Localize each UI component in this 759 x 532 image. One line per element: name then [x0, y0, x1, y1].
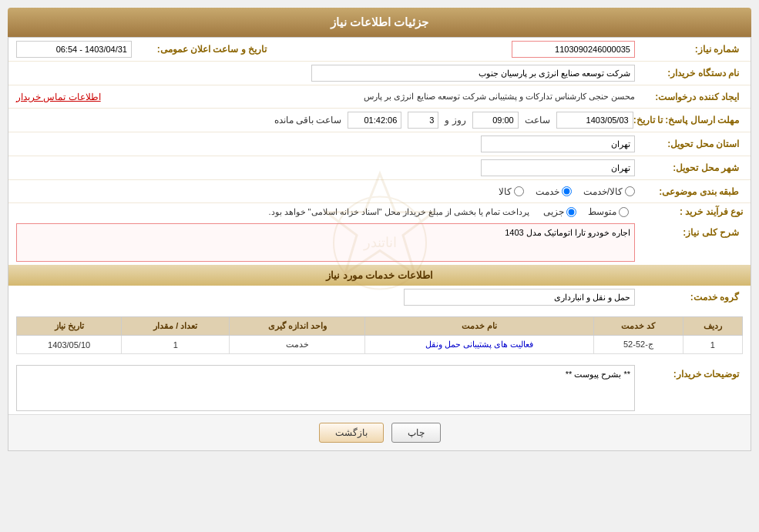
- nooe-label: نوع فرآیند خرید :: [635, 206, 743, 217]
- mohlat-baqi-input[interactable]: [348, 112, 401, 129]
- cell-tedad: 1: [122, 336, 230, 354]
- nooe-farayand-row: نوع فرآیند خرید : متوسط جزیی پرداخت تمام…: [8, 203, 751, 220]
- cell-vahed: خدمت: [230, 336, 365, 354]
- cell-kod: ج-52-52: [594, 336, 683, 354]
- cell-naam: فعالیت های پشتیبانی حمل ونقل: [365, 336, 594, 354]
- col-tedad: تعداد / مقدار: [122, 317, 230, 336]
- shomara-row: شماره نیاز: تاریخ و ساعت اعلان عمومی:: [8, 38, 751, 62]
- nooe-description: پرداخت تمام یا بخشی از مبلغ خریداز محل "…: [268, 207, 529, 217]
- nooe-radio-group: متوسط جزیی: [543, 206, 629, 217]
- services-section-header: اطلاعات خدمات مورد نیاز: [8, 265, 751, 286]
- col-kod: کد خدمت: [594, 317, 683, 336]
- page-title: جزئیات اطلاعات نیاز: [8, 8, 751, 37]
- button-row: چاپ بازگشت: [8, 414, 751, 450]
- radio-jozyi[interactable]: جزیی: [543, 206, 576, 217]
- shahr-row: شهر محل تحویل:: [8, 156, 751, 180]
- sharh-label: شرح کلی نیاز:: [635, 223, 743, 238]
- radio-kala-input[interactable]: [514, 186, 524, 196]
- shahr-label: شهر محل تحویل:: [635, 162, 743, 173]
- tabaqe-row: طبقه بندی موضوعی: کالا/خدمت خدمت کالا: [8, 180, 751, 203]
- back-button[interactable]: بازگشت: [319, 423, 384, 443]
- radio-motovasset[interactable]: متوسط: [588, 206, 629, 217]
- col-radif: ردیف: [683, 317, 742, 336]
- tarikh-input[interactable]: [16, 41, 132, 58]
- shahr-input[interactable]: [481, 159, 635, 176]
- mohlat-saat-input[interactable]: [472, 112, 519, 129]
- baqi-label: ساعت باقی مانده: [274, 115, 342, 125]
- ijad-value: محسن حنجی کارشناس تدارکات و پشتیبانی شرک…: [109, 92, 635, 102]
- mohlat-row: مهلت ارسال پاسخ: تا تاریخ: ساعت روز و سا…: [8, 109, 751, 132]
- ostan-row: استان محل تحویل:: [8, 132, 751, 156]
- itilaat-tamas-link[interactable]: اطلاعات تماس خریدار: [16, 92, 101, 102]
- services-section: ردیف کد خدمت نام خدمت واحد اندازه گیری ت…: [8, 309, 751, 358]
- radio-kala-khadamat[interactable]: کالا/خدمت: [583, 186, 635, 197]
- mohlat-rooz-input[interactable]: [408, 112, 438, 129]
- shomara-input[interactable]: [512, 41, 635, 58]
- shomara-label: شماره نیاز:: [635, 44, 743, 55]
- ostan-input[interactable]: [481, 136, 635, 152]
- cell-tarikh: 1403/05/10: [17, 336, 122, 354]
- radio-jozyi-input[interactable]: [566, 207, 576, 217]
- mohlat-label: مهلت ارسال پاسخ: تا تاریخ:: [633, 115, 743, 125]
- radio-khadamat[interactable]: خدمت: [536, 186, 572, 197]
- naam-dastgah-label: نام دستگاه خریدار:: [635, 68, 743, 79]
- col-vahed: واحد اندازه گیری: [230, 317, 365, 336]
- group-service-row: گروه خدمت:: [8, 286, 751, 309]
- print-button[interactable]: چاپ: [391, 423, 441, 443]
- col-tarikh: تاریخ نیاز: [17, 317, 122, 336]
- ijad-row: ایجاد کننده درخواست: محسن حنجی کارشناس ت…: [8, 85, 751, 109]
- tarikh-label: تاریخ و ساعت اعلان عمومی:: [132, 44, 270, 55]
- buyer-desc-section: توضیحات خریدار: ** بشرح پیوست **: [8, 362, 751, 414]
- tabaqe-label: طبقه بندی موضوعی:: [635, 186, 743, 197]
- radio-kala-khadamat-input[interactable]: [625, 186, 635, 196]
- naam-dastgah-row: نام دستگاه خریدار:: [8, 62, 751, 85]
- table-row: 1 ج-52-52 فعالیت های پشتیبانی حمل ونقل خ…: [17, 336, 743, 354]
- col-naam: نام خدمت: [365, 317, 594, 336]
- group-service-input[interactable]: [404, 289, 635, 306]
- naam-dastgah-input[interactable]: [311, 65, 635, 82]
- ostan-label: استان محل تحویل:: [635, 139, 743, 149]
- sharh-section: شرح کلی نیاز: اجاره خودرو تارا اتوماتیک …: [8, 220, 751, 265]
- mohlat-date-input[interactable]: [556, 112, 633, 129]
- radio-khadamat-input[interactable]: [562, 186, 572, 196]
- sharh-textarea[interactable]: اجاره خودرو تارا اتوماتیک مدل 1403: [16, 223, 635, 262]
- buyer-desc-textarea[interactable]: ** بشرح پیوست **: [16, 365, 635, 411]
- buyer-desc-label: توضیحات خریدار:: [635, 365, 743, 380]
- group-label: گروه خدمت:: [635, 292, 743, 303]
- cell-radif: 1: [683, 336, 742, 354]
- services-table: ردیف کد خدمت نام خدمت واحد اندازه گیری ت…: [16, 316, 743, 354]
- radio-kala[interactable]: کالا: [499, 186, 524, 197]
- radio-motovasset-input[interactable]: [619, 207, 629, 217]
- ijad-label: ایجاد کننده درخواست:: [635, 92, 743, 102]
- tabaqe-radio-group: کالا/خدمت خدمت کالا: [499, 186, 635, 197]
